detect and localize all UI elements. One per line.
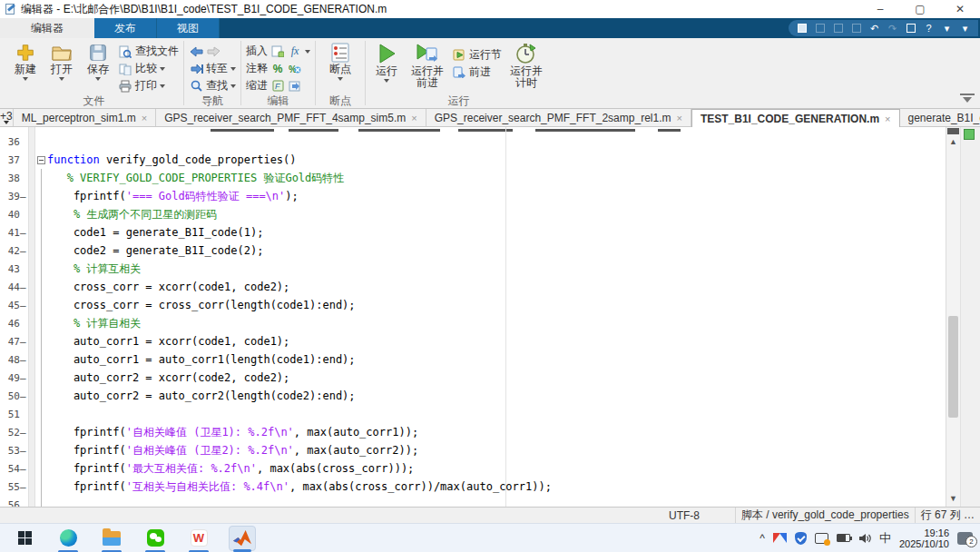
line-number[interactable]: 51	[0, 409, 20, 420]
line-number[interactable]: 43	[0, 263, 20, 275]
editor-tab-GPS_receiver_search_PMF_FFT_2samp_rel1.m[interactable]: GPS_receiver_search_PMF_FFT_2samp_rel1.m…	[426, 109, 691, 126]
redo-icon[interactable]: ↷	[887, 23, 898, 34]
code-line[interactable]: 50– auto_corr2 = auto_corr2(length(code2…	[0, 387, 946, 405]
paste-icon[interactable]	[850, 23, 862, 34]
code-line[interactable]: 42– code2 = generate_B1I_code(2);	[0, 242, 946, 260]
cut-icon[interactable]	[814, 23, 826, 34]
code-line[interactable]: 37function verify_gold_code_properties()	[0, 151, 946, 169]
code-line[interactable]: 41– code1 = generate_B1I_code(1);	[0, 223, 946, 242]
line-number[interactable]: 44	[0, 281, 20, 293]
line-number[interactable]: 54	[0, 463, 20, 475]
goto-button[interactable]: 转至	[189, 61, 236, 76]
code-line[interactable]: 43 % 计算互相关	[0, 260, 946, 278]
tray-shield-icon[interactable]	[795, 532, 807, 545]
line-number[interactable]: 36	[0, 136, 20, 148]
ribbon-tab-view[interactable]: 视图	[157, 18, 220, 38]
new-button[interactable]: 新建	[9, 40, 42, 81]
notification-center-icon[interactable]	[957, 532, 973, 545]
tray-security-icon[interactable]	[773, 533, 787, 544]
editor-tab-ML_perceptron_sim1.m[interactable]: ML_perceptron_sim1.m×	[14, 109, 157, 126]
code-line[interactable]: 51	[0, 405, 946, 423]
back-icon[interactable]	[189, 44, 203, 58]
code-editor[interactable]: 3637function verify_gold_code_properties…	[0, 127, 980, 507]
save-button[interactable]: 保存	[82, 40, 114, 81]
scroll-up-icon[interactable]: ▲	[946, 135, 960, 148]
line-number[interactable]: 37	[0, 154, 20, 166]
insert-dropdown-icon[interactable]	[305, 50, 310, 54]
file-explorer-icon[interactable]	[98, 526, 125, 551]
open-button[interactable]: 打开	[45, 40, 78, 81]
wechat-icon[interactable]	[142, 526, 169, 551]
line-number[interactable]: 47	[0, 336, 20, 348]
quick-access-dropdown-icon[interactable]: ▾	[941, 23, 953, 34]
run-advance-button[interactable]: 运行并前进	[407, 40, 448, 89]
start-button[interactable]	[11, 526, 38, 551]
fold-collapse-icon[interactable]	[37, 156, 45, 164]
tray-volume-icon[interactable]	[858, 533, 871, 544]
save-icon[interactable]	[796, 23, 808, 34]
code-line[interactable]: 38 % VERIFY_GOLD_CODE_PROPERTIES 验证Gold码…	[0, 169, 946, 187]
tray-chevron-icon[interactable]: ^	[760, 532, 765, 545]
insert-section-icon[interactable]	[270, 44, 285, 58]
matlab-icon[interactable]	[229, 526, 256, 551]
ribbon-tab-editor[interactable]: 编辑器	[0, 18, 94, 38]
editor-tab-TEST_B1I_CODE_GENERATION.m[interactable]: TEST_B1I_CODE_GENERATION.m×	[691, 109, 900, 127]
code-line[interactable]: 49– auto_corr2 = xcorr(code2, code2);	[0, 369, 946, 387]
uncomment-icon[interactable]: %	[288, 62, 302, 75]
line-number[interactable]: 50	[0, 390, 20, 402]
tab-close-icon[interactable]: ×	[411, 113, 416, 123]
code-line[interactable]: 48– auto_corr1 = auto_corr1(length(code1…	[0, 350, 946, 369]
tray-ime-indicator[interactable]: 中	[879, 530, 891, 547]
tray-cast-icon[interactable]	[815, 533, 828, 544]
run-button[interactable]: 运行	[370, 40, 403, 83]
run-section-button[interactable]: 运行节	[452, 47, 502, 63]
ribbon-options-dropdown-icon[interactable]: ▾	[959, 23, 971, 34]
line-number[interactable]: 38	[0, 172, 20, 184]
edge-icon[interactable]	[54, 526, 82, 551]
run-time-button[interactable]: 运行并计时	[505, 40, 547, 89]
smart-indent-icon[interactable]: F	[270, 79, 285, 93]
maximize-button[interactable]: ▢	[900, 0, 940, 18]
wps-icon[interactable]: W	[185, 526, 212, 551]
code-analyzer-indicator[interactable]	[964, 129, 975, 140]
code-line[interactable]: 53– fprintf('自相关峰值 (卫星2): %.2f\n', max(a…	[0, 441, 946, 459]
code-line[interactable]: 39– fprintf('=== Gold码特性验证 ===\n');	[0, 187, 946, 205]
find-files-button[interactable]: 查找文件	[118, 44, 179, 59]
line-number[interactable]: 53	[0, 445, 20, 457]
code-line[interactable]: 36	[0, 133, 946, 151]
line-number[interactable]: 41	[0, 227, 20, 239]
code-line[interactable]: 52– fprintf('自相关峰值 (卫星1): %.2f\n', max(a…	[0, 423, 946, 441]
code-line[interactable]: 44– cross_corr = xcorr(code1, code2);	[0, 278, 946, 296]
line-number[interactable]: 55	[0, 481, 20, 493]
tab-close-icon[interactable]: ×	[142, 113, 147, 123]
code-line[interactable]: 40 % 生成两个不同卫星的测距码	[0, 205, 946, 223]
copy-icon[interactable]	[832, 23, 844, 34]
editor-tab-generate_B1I_code.m[interactable]: generate_B1I_code.m×	[900, 109, 980, 126]
minimize-button[interactable]: –	[860, 0, 900, 18]
breakpoints-button[interactable]: 断点	[320, 40, 360, 81]
code-line[interactable]: 56	[0, 496, 946, 507]
tab-close-icon[interactable]: ×	[676, 113, 681, 123]
tab-overflow-indicator[interactable]: +3	[0, 109, 14, 126]
line-number[interactable]: 56	[0, 499, 20, 508]
code-line[interactable]: 46 % 计算自相关	[0, 314, 946, 332]
code-line[interactable]: 47– auto_corr1 = xcorr(code1, code1);	[0, 332, 946, 350]
help-icon[interactable]: ?	[923, 23, 935, 34]
line-number[interactable]: 46	[0, 318, 20, 330]
advance-button[interactable]: 前进	[452, 64, 502, 80]
taskbar-clock[interactable]: 19:16 2025/10/10	[899, 527, 949, 549]
scroll-down-icon[interactable]: ▼	[946, 492, 960, 505]
close-button[interactable]: ✕	[940, 0, 980, 18]
forward-icon[interactable]	[206, 44, 220, 58]
window-layout-icon[interactable]	[905, 23, 916, 34]
line-number[interactable]: 48	[0, 354, 20, 366]
print-button[interactable]: 打印	[118, 78, 179, 94]
ribbon-tab-publish[interactable]: 发布	[94, 18, 157, 38]
line-number[interactable]: 39	[0, 191, 20, 202]
undo-icon[interactable]: ↶	[868, 23, 880, 34]
vertical-scrollbar[interactable]: ▲ ▼	[946, 127, 960, 507]
tray-battery-icon[interactable]	[837, 534, 850, 542]
line-number[interactable]: 42	[0, 245, 20, 257]
line-number[interactable]: 49	[0, 372, 20, 384]
comment-icon[interactable]: %	[270, 62, 285, 75]
